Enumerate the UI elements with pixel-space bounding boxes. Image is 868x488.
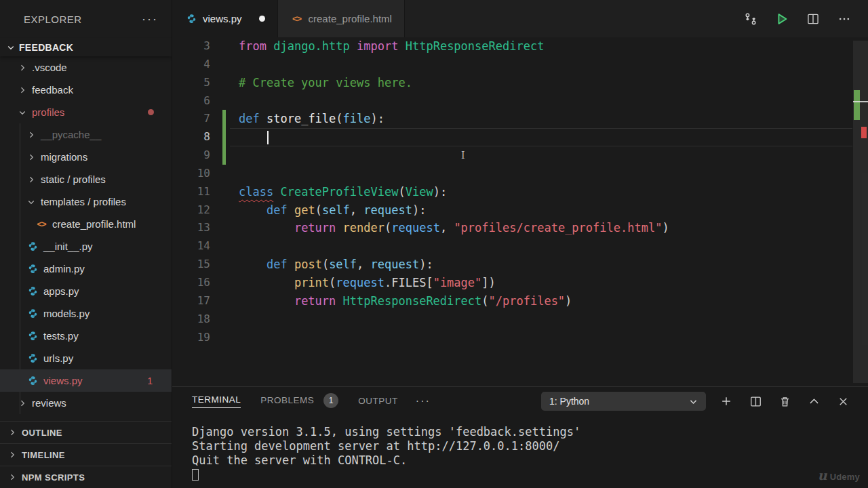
panel-tab-bar: TERMINAL PROBLEMS1 OUTPUT ··· 1: Python — [172, 387, 868, 415]
split-editor-icon[interactable] — [804, 10, 822, 28]
code-line-9: 9 — [172, 146, 868, 165]
section-label: TIMELINE — [22, 450, 65, 460]
tab-create-profile-html[interactable]: <> create_profile.html — [278, 0, 405, 37]
tab-views-py[interactable]: views.py — [172, 0, 278, 37]
tree-item-templates-profiles[interactable]: templates / profiles — [0, 190, 172, 213]
python-icon — [27, 375, 38, 386]
terminal-select-value: 1: Python — [549, 396, 589, 407]
tree-item-label: apps.py — [43, 285, 79, 297]
close-panel-icon[interactable] — [834, 392, 852, 410]
chevron-right-icon — [18, 399, 26, 407]
tree-item--vscode[interactable]: .vscode — [0, 56, 172, 79]
code-editor[interactable]: 3from django.http import HttpResponseRed… — [172, 37, 868, 386]
vscode-window: EXPLORER ··· FEEDBACK .vscode feedback p… — [0, 0, 868, 488]
tree-item--init-py[interactable]: __init__.py — [0, 235, 172, 258]
tree-item-migrations[interactable]: migrations — [0, 146, 172, 168]
tree-item-label: templates / profiles — [41, 196, 126, 207]
maximize-panel-icon[interactable] — [805, 392, 823, 410]
python-icon — [27, 241, 38, 252]
tree-item-label: models.py — [43, 308, 90, 319]
project-name: FEEDBACK — [19, 42, 73, 53]
tree-item-profiles[interactable]: profiles — [0, 101, 172, 123]
code-line-19: 19 — [172, 329, 868, 347]
problems-count-badge: 1 — [323, 393, 338, 408]
code-lines: 3from django.http import HttpResponseRed… — [172, 37, 868, 346]
project-root-row[interactable]: FEEDBACK — [0, 38, 172, 56]
tree-item-label: __pycache__ — [41, 129, 101, 140]
tree-item--[interactable]: ... — [0, 414, 172, 421]
tree-item-feedback[interactable]: feedback — [0, 79, 172, 101]
tree-item-admin-py[interactable]: admin.py — [0, 258, 172, 280]
editor-actions — [742, 0, 868, 37]
code-line-10: 10 — [172, 165, 868, 183]
error-count-badge: 1 — [147, 375, 153, 386]
terminal-line: Starting development server at http://12… — [192, 439, 868, 453]
code-line-3: 3from django.http import HttpResponseRed… — [172, 37, 868, 56]
overview-modified-marker — [854, 90, 860, 120]
tree-item-urls-py[interactable]: urls.py — [0, 347, 172, 369]
chevron-right-icon — [8, 473, 16, 481]
bottom-panel: TERMINAL PROBLEMS1 OUTPUT ··· 1: Python — [172, 386, 868, 488]
explorer-more-icon[interactable]: ··· — [142, 12, 158, 26]
tab-terminal[interactable]: TERMINAL — [192, 394, 241, 408]
tree-item-models-py[interactable]: models.py — [0, 302, 172, 325]
python-icon — [27, 353, 38, 364]
chevron-down-icon — [689, 397, 698, 406]
tree-item-label: static / profiles — [41, 174, 106, 185]
tab-problems[interactable]: PROBLEMS1 — [260, 393, 338, 409]
tree-item-create-profile-html[interactable]: <>create_profile.html — [0, 213, 172, 235]
tree-item--pycache-[interactable]: __pycache__ — [0, 123, 172, 146]
tree-item-label: migrations — [41, 151, 87, 163]
terminal-select[interactable]: 1: Python — [541, 392, 706, 411]
panel-more-icon[interactable]: ··· — [416, 395, 431, 407]
sidebar-section-timeline[interactable]: TIMELINE — [0, 443, 172, 466]
python-icon — [27, 286, 38, 297]
terminal-output[interactable]: Django version 3.1.5, using settings 'fe… — [172, 415, 868, 481]
tree-item-reviews[interactable]: reviews — [0, 392, 172, 414]
more-actions-icon[interactable] — [835, 10, 853, 28]
python-icon — [186, 14, 197, 24]
code-line-4: 4 — [172, 56, 868, 74]
chevron-right-icon — [27, 176, 35, 184]
tree-item-views-py[interactable]: views.py1 — [0, 369, 172, 392]
sidebar-sections: OUTLINE TIMELINE NPM SCRIPTS — [0, 421, 172, 488]
python-icon — [27, 308, 38, 319]
tree-item-label: profiles — [32, 106, 64, 118]
chevron-down-icon — [27, 198, 35, 206]
tree-item-apps-py[interactable]: apps.py — [0, 280, 172, 302]
udemy-wordmark: Udemy — [830, 472, 860, 482]
terminal-line: Quit the server with CONTROL-C. — [192, 453, 868, 468]
tree-item-label: admin.py — [43, 263, 85, 274]
tree-item-label: .vscode — [32, 62, 67, 73]
text-caret — [267, 131, 269, 144]
python-icon — [27, 331, 38, 342]
tree-item-tests-py[interactable]: tests.py — [0, 325, 172, 347]
explorer-sidebar: EXPLORER ··· FEEDBACK .vscode feedback p… — [0, 0, 172, 488]
chevron-right-icon — [27, 153, 35, 161]
chevron-down-icon — [7, 43, 15, 52]
udemy-logo-icon: u — [818, 468, 827, 483]
udemy-watermark: u Udemy — [818, 468, 860, 483]
new-terminal-icon[interactable] — [717, 392, 735, 410]
tree-item-label: reviews — [32, 397, 66, 409]
chevron-right-icon — [27, 131, 35, 139]
code-line-14: 14 — [172, 237, 868, 256]
code-line-8: 8 — [172, 128, 868, 146]
terminal-lines: Django version 3.1.5, using settings 'fe… — [192, 425, 868, 468]
overview-error-marker — [861, 127, 867, 138]
run-button-icon[interactable] — [773, 10, 791, 28]
split-terminal-icon[interactable] — [747, 392, 764, 410]
tab-output[interactable]: OUTPUT — [358, 396, 398, 407]
sidebar-section-outline[interactable]: OUTLINE — [0, 421, 172, 443]
code-line-17: 17 return HttpResponseRedirect("/profile… — [172, 292, 868, 310]
tree-item-static-profiles[interactable]: static / profiles — [0, 168, 172, 190]
kill-terminal-icon[interactable] — [776, 392, 793, 410]
editor-tab-bar: views.py <> create_profile.html — [172, 0, 868, 37]
code-line-18: 18 — [172, 310, 868, 329]
modified-dot-icon — [148, 109, 154, 115]
overview-cursor-marker — [853, 101, 868, 102]
open-changes-icon[interactable] — [742, 10, 760, 28]
sidebar-section-npm-scripts[interactable]: NPM SCRIPTS — [0, 466, 172, 488]
chevron-down-icon — [18, 108, 26, 117]
section-label: OUTLINE — [22, 428, 62, 438]
